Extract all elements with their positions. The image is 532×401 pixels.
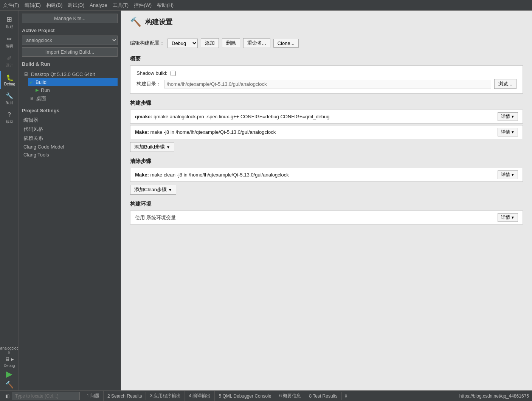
search-input[interactable] — [12, 392, 80, 400]
tab-compile-output[interactable]: 4 编译输出 — [185, 391, 215, 401]
browse-button[interactable]: 浏览... — [494, 79, 516, 89]
make-detail-label: 详情 — [501, 129, 510, 135]
qmake-step-text: qmake: qmake analogclock.pro -spec linux… — [135, 114, 330, 119]
run-play-icon: ▶ — [36, 88, 39, 93]
edit-icon: ✏ — [7, 36, 12, 43]
build-label: Build — [36, 79, 47, 85]
env-label: 使用 系统环境变量 — [135, 214, 176, 221]
menu-tools[interactable]: 工具(T) — [113, 2, 129, 9]
desktop-item[interactable]: 🖥 桌面 — [28, 94, 118, 103]
tab-qml-debugger[interactable]: 5 QML Debugger Console — [215, 392, 275, 400]
qmake-cmd: qmake analogclock.pro -spec linux-g++ CO… — [154, 114, 329, 119]
menu-build[interactable]: 构建(B) — [46, 2, 62, 9]
make-step-text: Make: make -j8 in /home/lh/qtexample/Qt-… — [135, 129, 276, 135]
shadow-build-checkbox[interactable] — [171, 71, 176, 76]
menu-analyze[interactable]: Analyze — [90, 2, 107, 8]
sidebar-debug[interactable]: 🐛 Debug — [0, 71, 19, 89]
left-sidebar: ⊞ 欢迎 ✏ 编辑 ✐ 设计 🐛 Debug 🔧 项目 ? 帮助 — [0, 11, 19, 390]
menu-debug[interactable]: 调试(D) — [68, 2, 84, 9]
tab-summary-info[interactable]: 6 概要信息 — [275, 391, 305, 401]
tab-app-output[interactable]: 3 应用程序输出 — [146, 391, 185, 401]
project-label: 项目 — [6, 100, 13, 105]
build-config-select[interactable]: Debug — [168, 39, 198, 48]
project-name-label: analogclock — [0, 346, 19, 355]
active-project-section: Active Project analogclock Import Existi… — [22, 28, 118, 61]
config-row: 编辑构建配置： Debug 添加 删除 重命名... Clone... — [130, 38, 523, 48]
monitor-small-icon: 🖥 — [5, 356, 10, 362]
edit-label: 编辑 — [6, 43, 13, 49]
build-item[interactable]: ✓ Build — [28, 78, 118, 86]
rename-config-button[interactable]: 重命名... — [243, 38, 270, 48]
clean-label: Make: — [135, 172, 149, 178]
build-env-header: 构建环境 — [130, 201, 523, 207]
project-settings-section: Project Settings 编辑器 代码风格 依赖关系 Clang Cod… — [22, 108, 118, 159]
run-label: Run — [41, 87, 50, 93]
sidebar-edit[interactable]: ✏ 编辑 — [0, 33, 19, 52]
clean-step-text: Make: make clean -j8 in /home/lh/qtexamp… — [135, 172, 289, 178]
clean-detail-button[interactable]: 详情 ▼ — [498, 170, 518, 179]
add-build-step-chevron: ▼ — [166, 145, 170, 149]
desktop-label: 桌面 — [36, 95, 46, 102]
desktop-icon: 🖥 — [29, 96, 34, 101]
clean-detail-chevron: ▼ — [511, 173, 515, 177]
qmake-detail-button[interactable]: 详情 ▼ — [498, 112, 518, 121]
clone-config-button[interactable]: Clone... — [273, 39, 299, 48]
menu-controls[interactable]: 控件(W) — [134, 2, 152, 9]
make-cmd: make -j8 in /home/lh/qtexample/Qt-5.13.0… — [150, 129, 276, 135]
debug-mode-label: Debug — [4, 364, 15, 368]
settings-clang-tools[interactable]: Clang Tools — [22, 151, 118, 159]
sidebar-welcome[interactable]: ⊞ 欢迎 — [0, 12, 19, 33]
env-box: 使用 系统环境变量 详情 ▼ — [130, 211, 523, 224]
make-label: Make: — [135, 129, 149, 135]
run-button[interactable]: ▶ — [6, 369, 12, 379]
clean-step-box: Make: make clean -j8 in /home/lh/qtexamp… — [130, 168, 523, 182]
build-dir-input[interactable] — [164, 80, 491, 88]
add-build-step-button[interactable]: 添加Build步骤 ▼ — [130, 142, 174, 152]
kit-item[interactable]: 🖥 Desktop Qt 5.13.0 GCC 64bit — [22, 70, 118, 78]
tab-issues[interactable]: 1 问题 — [83, 391, 104, 401]
menu-file[interactable]: 文件(F) — [3, 2, 19, 9]
sidebar-help[interactable]: ? 帮助 — [0, 108, 19, 127]
qmake-label: qmake: — [135, 114, 152, 119]
qmake-detail-chevron: ▼ — [511, 115, 515, 119]
chevron-right-icon: ▶ — [11, 357, 14, 361]
build-run-title: Build & Run — [22, 61, 118, 67]
menu-edit[interactable]: 编辑(E) — [25, 2, 41, 9]
bottom-tabs-bar: ◧ 1 问题 2 Search Results 3 应用程序输出 4 编译输出 … — [0, 390, 532, 401]
hammer-icon: 🔨 — [130, 17, 141, 27]
sidebar-project[interactable]: 🔧 项目 — [0, 89, 19, 108]
settings-code-style[interactable]: 代码风格 — [22, 125, 118, 134]
shadow-build-label: Shadow build: — [136, 70, 168, 76]
qmake-detail-label: 详情 — [501, 113, 510, 120]
make-detail-chevron: ▼ — [511, 130, 515, 134]
manage-kits-button[interactable]: Manage Kits... — [22, 14, 118, 23]
shadow-build-row: Shadow build: — [136, 70, 516, 76]
help-label: 帮助 — [6, 119, 13, 124]
tab-search-results[interactable]: 2 Search Results — [104, 392, 146, 400]
right-panel: 🔨 构建设置 编辑构建配置： Debug 添加 删除 重命名... Clone.… — [121, 11, 532, 390]
debug-icon: 🐛 — [6, 74, 14, 81]
project-settings-title: Project Settings — [22, 108, 118, 113]
more-tabs-icon[interactable]: ⇕ — [342, 392, 350, 400]
page-header: 🔨 构建设置 — [130, 17, 523, 32]
build-dir-row: 构建目录： 浏览... — [136, 79, 516, 89]
menu-help[interactable]: 帮助(H) — [157, 2, 174, 9]
make-detail-button[interactable]: 详情 ▼ — [498, 128, 518, 136]
build-hammer-button[interactable]: 🔨 — [5, 381, 14, 389]
settings-clang-model[interactable]: Clang Code Model — [22, 143, 118, 151]
tab-test-results[interactable]: 8 Test Results — [305, 392, 341, 400]
project-selector[interactable]: analogclock — [22, 36, 118, 45]
sidebar-design[interactable]: ✐ 设计 — [0, 52, 19, 71]
expand-icon[interactable]: ◧ — [3, 392, 12, 400]
run-debug-combo[interactable]: 🖥 ▶ — [5, 356, 14, 362]
settings-dependencies[interactable]: 依赖关系 — [22, 134, 118, 143]
delete-config-button[interactable]: 删除 — [222, 38, 240, 48]
add-config-button[interactable]: 添加 — [201, 38, 219, 48]
run-item[interactable]: ▶ Run — [34, 86, 118, 94]
env-detail-button[interactable]: 详情 ▼ — [498, 213, 518, 222]
settings-editor[interactable]: 编辑器 — [22, 116, 118, 125]
clean-steps-header: 清除步骤 — [130, 158, 523, 165]
add-clean-step-button[interactable]: 添加Clean步骤 ▼ — [130, 185, 176, 195]
summary-box: Shadow build: 构建目录： 浏览... — [130, 65, 523, 94]
import-build-button[interactable]: Import Existing Build... — [22, 47, 118, 57]
